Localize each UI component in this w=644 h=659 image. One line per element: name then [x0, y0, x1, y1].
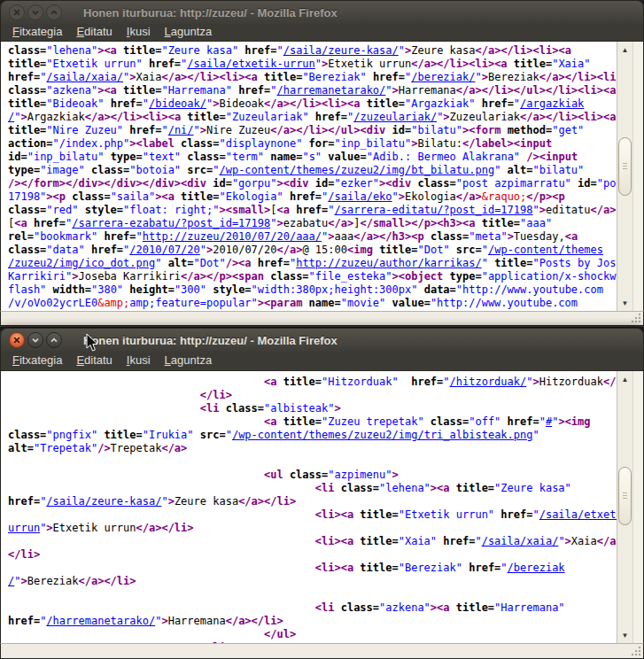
source-link[interactable]: /saila/xaia/	[482, 535, 559, 547]
scroll-down-button[interactable]: ▼	[617, 628, 632, 642]
menu-item-ikusi[interactable]: Ikusi	[120, 353, 158, 369]
minimize-icon	[31, 8, 40, 17]
code-segment: "	[558, 535, 564, 547]
source-link[interactable]: /argazkiak	[520, 97, 584, 110]
scrollbar-thumb[interactable]	[618, 137, 632, 196]
resize-grip[interactable]	[630, 312, 641, 323]
source-link[interactable]: /bereziak/	[411, 71, 475, 83]
source-link[interactable]: /zuzeulariak/	[353, 111, 437, 123]
code-segment: "http://www.youtube.com	[431, 297, 578, 309]
code-line: <li><a title="Etxetik urrun" href="/sail…	[8, 508, 617, 522]
code-segment	[78, 204, 84, 216]
code-segment: class=	[8, 244, 46, 256]
code-segment: <a	[264, 415, 283, 428]
source-link[interactable]: /sarrera-ezabatu/?post_id=17198	[72, 217, 270, 229]
source-link[interactable]: /wp-content/themes/zuzeu2/img/bt_bilatu.…	[219, 164, 494, 176]
source-link[interactable]: /harremanetarako/	[277, 84, 386, 97]
code-segment: href=	[91, 244, 123, 256]
scrollbar-thumb[interactable]	[618, 467, 632, 525]
vertical-scrollbar[interactable]: ▲ ▼	[617, 42, 632, 311]
code-segment: >	[565, 535, 571, 547]
code-segment	[143, 58, 149, 70]
minimize-button[interactable]	[27, 332, 43, 348]
code-segment: >	[532, 376, 539, 388]
code-segment: "red"	[46, 204, 78, 216]
code-segment: @ 15:00	[302, 244, 347, 256]
source-link[interactable]: /saila/eko	[328, 190, 392, 203]
source-link[interactable]: urrun	[8, 522, 40, 534]
code-segment: href=	[238, 84, 270, 97]
maximize-button[interactable]	[46, 4, 62, 20]
source-link[interactable]: /ni/	[168, 124, 194, 136]
code-segment: "post-	[597, 177, 617, 190]
title-bar[interactable]: Honen iturburua: http://zuzeu/ - Mozilla…	[0, 0, 644, 24]
code-segment: Xaia	[136, 71, 162, 83]
menu-item-laguntza[interactable]: Laguntza	[158, 24, 220, 41]
code-segment: >	[539, 204, 546, 216]
code-segment: "	[161, 495, 167, 508]
source-link[interactable]: /hitzorduak/	[450, 376, 527, 388]
source-link[interactable]: http://zuzeu/author/karrikas/	[296, 257, 482, 269]
code-segment: title=	[8, 58, 46, 70]
maximize-button[interactable]	[46, 332, 62, 348]
code-segment: ><a	[97, 84, 123, 97]
source-link[interactable]: /saila/etxetik-	[539, 508, 617, 521]
close-icon	[12, 336, 21, 345]
scroll-up-button[interactable]: ▲	[617, 372, 632, 386]
window-title: Honen iturburua: http://zuzeu/ - Mozilla…	[83, 334, 338, 347]
source-link[interactable]: /wp-content/themes/zuzeu2/img/tri_albist…	[232, 429, 533, 441]
code-segment: Zeure kasa	[175, 495, 238, 508]
code-segment: title=	[8, 124, 46, 136]
code-segment: Hitzorduak	[539, 376, 603, 388]
code-segment: class=	[431, 415, 469, 428]
source-code: <a title="Hitzorduak" href="/hitzorduak/…	[1, 371, 617, 643]
close-icon	[12, 8, 21, 17]
source-link[interactable]: /sarrera-editatu/?post_id=17198	[335, 204, 533, 216]
menu-item-ikusi[interactable]: Ikusi	[120, 24, 158, 41]
code-line: <li><a title="Bereziak" href="/bereziak	[8, 562, 617, 575]
code-segment: Harremana	[168, 615, 226, 627]
source-link[interactable]: http://zuzeu/2010/07/20/aaa/	[143, 230, 322, 243]
menu-item-editatu[interactable]: Editatu	[69, 24, 119, 41]
code-segment: "Dot"	[417, 244, 449, 256]
source-link[interactable]: /bereziak	[508, 562, 565, 574]
code-line: href="/saila/zeure-kasa/">Zeure kasa</a>…	[8, 495, 617, 508]
code-line: class="pngfix" title="Irukia" src="/wp-c…	[8, 429, 617, 442]
code-segment: Zuzeulariak	[450, 111, 520, 123]
source-link[interactable]: /zuzeu2/img/ico_dot.png	[8, 257, 155, 269]
code-segment: Bereziak	[27, 575, 79, 587]
menu-item-laguntza[interactable]: Laguntza	[158, 353, 220, 369]
code-line: href="/harremanetarako/">Harremana</a></…	[8, 615, 617, 628]
source-link[interactable]: /saila/zeure-kasa/	[283, 44, 399, 57]
code-segment: href=	[411, 376, 443, 388]
source-view: class="lehena"><a title="Zeure kasa" hre…	[0, 42, 644, 311]
close-button[interactable]	[9, 4, 25, 20]
vertical-scrollbar[interactable]: ▲ ▼	[617, 371, 632, 643]
source-link[interactable]: /wp-content/themes	[488, 244, 603, 256]
code-segment: </ul>	[264, 628, 296, 640]
code-segment: Bereziak	[488, 71, 539, 83]
minimize-button[interactable]	[27, 4, 43, 20]
source-link[interactable]: /saila/etxetik-urrun	[187, 58, 315, 70]
code-line: title="Bideoak" href="/bideoak/">Bideoak…	[8, 97, 617, 111]
code-line: class="data" href="/2010/07/20">2010/07/…	[8, 244, 617, 257]
code-segment: >	[392, 469, 399, 481]
source-link[interactable]: /harremanetarako/	[46, 615, 155, 627]
scroll-down-button[interactable]: ▼	[617, 296, 632, 310]
code-segment: Karrikiri"	[8, 270, 72, 283]
resize-grip[interactable]	[630, 645, 641, 656]
source-link[interactable]: /2010/07/20	[129, 244, 199, 256]
title-bar[interactable]: Honen iturburua: http://zuzeu/ - Mozilla…	[0, 328, 644, 352]
menu-item-editatu[interactable]: Editatu	[69, 353, 119, 369]
source-link[interactable]: /bideoak/	[149, 97, 206, 110]
menu-item-fitxategia[interactable]: Fitxategia	[5, 24, 69, 41]
maximize-icon	[50, 336, 58, 345]
code-segment: >	[392, 84, 399, 97]
close-button[interactable]	[9, 332, 25, 348]
source-link[interactable]: /saila/zeure-kasa/	[46, 495, 161, 508]
code-segment: >	[129, 71, 136, 83]
source-link[interactable]: /saila/xaia/	[46, 71, 123, 83]
scroll-up-button[interactable]: ▲	[617, 43, 632, 57]
code-segment: "Harremana"	[161, 84, 231, 97]
menu-item-fitxategia[interactable]: Fitxategia	[5, 353, 69, 369]
